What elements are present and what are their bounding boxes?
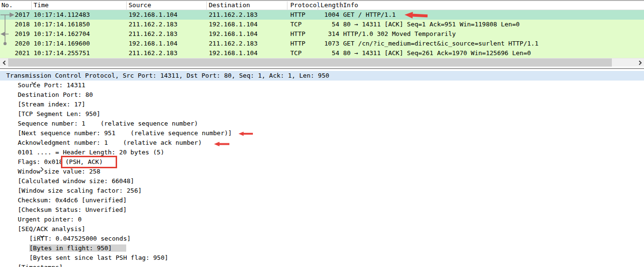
- scroll-right-button[interactable]: [636, 58, 644, 67]
- cell-length: 54: [291, 49, 339, 57]
- detail-line-stream-index[interactable]: [Stream index: 17]: [0, 100, 644, 109]
- column-header-no[interactable]: No.: [1, 1, 12, 9]
- detail-line-acknowledgment-number[interactable]: Acknowledgment number: 1 (relative ack n…: [0, 138, 644, 148]
- cell-length: 54: [291, 21, 339, 28]
- cell-length: 314: [291, 30, 339, 37]
- detail-line-source-port[interactable]: Source Port: 14311: [0, 81, 644, 90]
- chevron-left-icon: [2, 60, 6, 65]
- detail-line-seq-ack-analysis[interactable]: [SEQ/ACK analysis]: [0, 224, 644, 234]
- detail-text: [SEQ/ACK analysis]: [18, 225, 85, 232]
- detail-line-segment-len[interactable]: [TCP Segment Len: 950]: [0, 109, 644, 119]
- detail-line-calculated-window-size[interactable]: [Calculated window size: 66048]: [0, 176, 644, 186]
- packet-detail-pane: Transmission Control Protocol, Src Port:…: [0, 71, 644, 267]
- cell-time: 10:17:14.255751: [34, 49, 90, 57]
- detail-line-next-sequence-number[interactable]: [Next sequence number: 951 (relative seq…: [0, 128, 644, 138]
- detail-text: Source Port: 14311: [18, 81, 85, 89]
- detail-text: [Stream index: 17]: [18, 101, 85, 108]
- detail-text: [TCP Segment Len: 950]: [18, 110, 100, 117]
- cell-destination: 192.168.1.104: [209, 49, 258, 57]
- cell-source: 192.168.1.104: [129, 40, 178, 47]
- packet-row-2020[interactable]: 2020 10:17:14.169600 192.168.1.104 211.1…: [0, 39, 644, 48]
- cell-time: 10:17:14.169600: [34, 40, 90, 47]
- column-header-length[interactable]: Length: [321, 1, 343, 9]
- detail-line-flags[interactable]: Flags: 0x018 (PSH, ACK): [0, 157, 644, 167]
- cell-length: 1004: [291, 11, 339, 18]
- detail-line-checksum-status[interactable]: [Checksum Status: Unverified]: [0, 205, 644, 215]
- column-header-source[interactable]: Source: [129, 1, 151, 9]
- annotation-arrow-left-icon: [214, 141, 229, 147]
- cell-info: GET /cn/?ic_medium=direct&ic_source=surl…: [343, 40, 538, 47]
- cell-destination: 211.162.2.183: [209, 40, 258, 47]
- cell-source: 211.162.2.183: [129, 30, 178, 37]
- detail-line-window-scaling-factor[interactable]: [Window size scaling factor: 256]: [0, 186, 644, 196]
- detail-text: 0101 .... = Header Length: 20 bytes (5): [18, 149, 164, 156]
- packet-list: No. Time Source Destination Protocol Len…: [0, 1, 644, 58]
- detail-line-window-size-value[interactable]: Window size value: 258: [0, 167, 644, 176]
- detail-text: [Bytes sent since last PSH flag: 950]: [29, 254, 168, 261]
- packet-row-2019[interactable]: 2019 10:17:14.162704 211.162.2.183 192.1…: [0, 29, 644, 39]
- column-header-time[interactable]: Time: [34, 1, 48, 9]
- column-divider[interactable]: [31, 1, 32, 10]
- cell-no: 2019: [0, 30, 31, 37]
- detail-text-highlighted: [Bytes in flight: 950]: [29, 244, 126, 252]
- cell-no: 2020: [0, 40, 31, 47]
- pane-splitter[interactable]: [0, 67, 644, 71]
- detail-line-bytes-since-psh[interactable]: [Bytes sent since last PSH flag: 950]: [0, 253, 644, 263]
- cell-no: 2021: [0, 49, 31, 57]
- detail-text: Urgent pointer: 0: [18, 216, 82, 223]
- detail-text: Window size value: 258: [18, 168, 100, 175]
- cell-time: 10:17:14.161850: [34, 21, 90, 28]
- detail-line-checksum[interactable]: Checksum: 0x4dc6 [unverified]: [0, 196, 644, 205]
- detail-line-sequence-number[interactable]: Sequence number: 1 (relative sequence nu…: [0, 119, 644, 128]
- detail-text: Sequence number: 1 (relative sequence nu…: [18, 120, 198, 127]
- cell-time: 10:17:14.112483: [34, 11, 90, 18]
- detail-text: [Window size scaling factor: 256]: [18, 187, 142, 194]
- detail-text: Destination Port: 80: [18, 91, 93, 98]
- column-divider[interactable]: [287, 1, 287, 10]
- cell-source: 211.162.2.183: [129, 21, 178, 28]
- expander-open-icon[interactable]: [9, 226, 15, 232]
- column-header-protocol[interactable]: Protocol: [290, 1, 321, 9]
- detail-text: [Next sequence number: 951 (relative seq…: [18, 129, 232, 137]
- column-header-info[interactable]: Info: [343, 1, 358, 9]
- cell-length: 1073: [291, 40, 339, 47]
- packet-row-2018[interactable]: 2018 10:17:14.161850 211.162.2.183 192.1…: [0, 20, 644, 29]
- detail-text: Acknowledgment number: 1 (relative ack n…: [18, 139, 202, 146]
- cell-info: GET / HTTP/1.1: [343, 11, 396, 18]
- cell-destination: 192.168.1.104: [209, 30, 258, 37]
- expander-closed-icon[interactable]: [9, 159, 15, 165]
- wireshark-window: No. Time Source Destination Protocol Len…: [0, 0, 644, 267]
- cell-info: 80 → 14311 [ACK] Seq=261 Ack=1970 Win=12…: [343, 49, 531, 57]
- detail-line-timestamps[interactable]: [Timestamps]: [0, 263, 644, 267]
- detail-line-irtt[interactable]: [iRTT: 0.047525000 seconds]: [0, 234, 644, 244]
- cell-time: 10:17:14.162704: [34, 30, 90, 37]
- detail-line-destination-port[interactable]: Destination Port: 80: [0, 90, 644, 100]
- cell-destination: 211.162.2.183: [209, 11, 258, 18]
- detail-text: [Calculated window size: 66048]: [18, 177, 134, 185]
- detail-line-bytes-in-flight[interactable]: [Bytes in flight: 950]: [0, 244, 644, 253]
- scrollbar-thumb[interactable]: [8, 58, 612, 67]
- detail-text: Flags: 0x018: [18, 158, 63, 165]
- scroll-left-button[interactable]: [0, 58, 8, 67]
- detail-text: [iRTT: 0.047525000 seconds]: [29, 235, 131, 242]
- detail-line-urgent-pointer[interactable]: Urgent pointer: 0: [0, 215, 644, 224]
- chevron-right-icon: [638, 60, 642, 65]
- annotation-arrow-left-icon: [405, 12, 428, 19]
- cell-info: HTTP/1.0 302 Moved Temporarily: [343, 30, 456, 37]
- column-divider[interactable]: [341, 1, 341, 10]
- column-divider[interactable]: [126, 1, 127, 10]
- column-divider[interactable]: [318, 1, 318, 10]
- packet-list-hscrollbar[interactable]: [0, 58, 644, 67]
- detail-line-tcp-summary[interactable]: Transmission Control Protocol, Src Port:…: [0, 71, 644, 81]
- cell-destination: 192.168.1.104: [209, 21, 258, 28]
- detail-text: [Timestamps]: [18, 264, 63, 267]
- packet-row-2017[interactable]: 2017 10:17:14.112483 192.168.1.104 211.1…: [0, 10, 644, 20]
- column-header-destination[interactable]: Destination: [209, 1, 250, 9]
- packet-list-header: No. Time Source Destination Protocol Len…: [0, 1, 644, 10]
- packet-row-2021[interactable]: 2021 10:17:14.255751 211.162.2.183 192.1…: [0, 48, 644, 58]
- column-divider[interactable]: [206, 1, 207, 10]
- cell-source: 192.168.1.104: [129, 11, 178, 18]
- cell-source: 211.162.2.183: [129, 49, 178, 57]
- expander-open-icon[interactable]: [9, 265, 15, 267]
- detail-text: [Checksum Status: Unverified]: [18, 206, 127, 213]
